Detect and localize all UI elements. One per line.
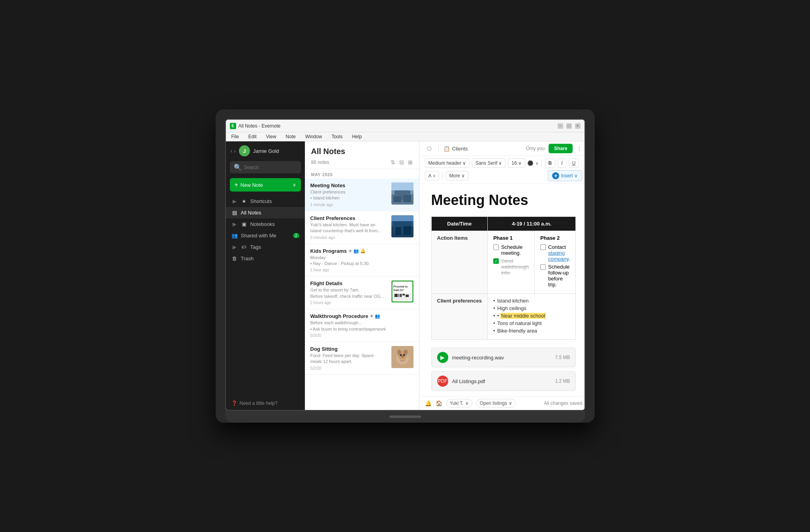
sidebar-item-label: Trash (241, 256, 254, 261)
user-tag-button[interactable]: Yuki T. ∨ (446, 399, 472, 408)
back-arrow[interactable]: ‹ (231, 148, 233, 154)
client-prefs-cell: Island kitchen High ceilings • Near midd… (487, 294, 576, 340)
note-body[interactable]: Meeting Notes Date/Time 4-19 / 11:00 a.m… (419, 184, 585, 396)
staging-link[interactable]: staging company (548, 250, 569, 262)
note-title: Meeting Notes (310, 182, 387, 188)
bell-icon[interactable]: 🔔 (425, 400, 432, 406)
new-note-button[interactable]: + New Note ∨ (230, 178, 301, 192)
more-format-button[interactable]: More ∨ (446, 171, 468, 180)
table-row: Action Items Phase 1 Schedule meeting. ✓ (431, 231, 576, 294)
window-controls[interactable]: − □ × (558, 123, 581, 129)
table-col-value: 4-19 / 11:00 a.m. (487, 217, 576, 231)
check-item[interactable]: Schedule meeting. (493, 244, 529, 256)
sidebar-item-notebooks[interactable]: ▶ ▣ Notebooks (226, 218, 305, 230)
share-button[interactable]: Share (549, 144, 573, 153)
sidebar-item-shared-with-me[interactable]: 👥 Shared with Me 2 (226, 230, 305, 241)
list-item: High ceilings (493, 305, 570, 311)
menu-edit[interactable]: Edit (247, 133, 258, 140)
italic-button[interactable]: I (558, 158, 566, 168)
sidebar-item-label: Shortcuts (250, 198, 272, 204)
menu-help[interactable]: Help (350, 133, 363, 140)
filter-icon[interactable]: ⊟ (399, 159, 404, 165)
check-item[interactable]: Contact staging company. (540, 244, 570, 262)
shared-badge: 2 (293, 233, 299, 238)
size-chevron-icon: ∨ (518, 160, 522, 166)
nav-arrows[interactable]: ‹ › (231, 148, 236, 154)
text-color-button[interactable] (528, 160, 533, 166)
list-item: Bike-friendly area (493, 328, 570, 334)
note-item[interactable]: Flight Details Get to the airport by 7am… (305, 276, 419, 309)
svg-rect-21 (406, 295, 409, 297)
audio-attachment[interactable]: ▶ meeting-recording.wav 7.5 MB (431, 348, 576, 367)
client-pref-label: Client preferences (431, 294, 487, 340)
menu-note[interactable]: Note (284, 133, 297, 140)
checkbox[interactable] (540, 264, 546, 270)
visibility-label: Only you (526, 146, 545, 151)
bookmark-icon[interactable]: 🏠 (436, 400, 442, 406)
search-input[interactable] (244, 165, 297, 170)
close-button[interactable]: × (575, 123, 581, 129)
note-icons: ★ 👥 (370, 314, 380, 319)
check-item[interactable]: ✓ Send walkthrough info. (493, 258, 529, 276)
check-item[interactable]: Schedule follow-up before trip. (540, 264, 570, 288)
pdf-attachment[interactable]: PDF All Listings.pdf 1.2 MB (431, 371, 576, 391)
avatar: J (239, 145, 250, 156)
minimize-button[interactable]: − (558, 123, 563, 129)
checkbox[interactable] (493, 244, 499, 250)
sidebar-item-shortcuts[interactable]: ▶ ★ Shortcuts (226, 196, 305, 207)
open-listings-button[interactable]: Open listings ∨ (476, 399, 516, 408)
app-body: ‹ › J Jamie Gold 🔍 + New Note ∨ (226, 141, 584, 410)
header-style-button[interactable]: Medium header ∨ (425, 158, 470, 168)
menu-window[interactable]: Window (304, 133, 324, 140)
note-preview: Dog Sitting Food: Feed twice per day. Sp… (310, 346, 387, 370)
notes-tools: ⇅ ⊟ ⊞ (391, 159, 413, 165)
play-icon[interactable]: ▶ (437, 352, 448, 363)
sidebar-item-trash[interactable]: 🗑 Trash (226, 253, 305, 264)
font-size-button[interactable]: 16 ∨ (508, 158, 525, 168)
notebooks-icon: ▣ (241, 221, 247, 227)
note-time: 5/2/20 (310, 366, 387, 370)
note-item[interactable]: Kids Programs ★ 👥 🔔 Monday • Ray - Dance… (305, 244, 419, 277)
svg-rect-19 (400, 294, 402, 297)
checkbox-checked[interactable]: ✓ (493, 258, 499, 264)
color-chevron-icon[interactable]: ∨ (536, 161, 538, 165)
search-box[interactable]: 🔍 (230, 161, 301, 173)
sidebar-item-tags[interactable]: ▶ 🏷 Tags (226, 241, 305, 253)
bold-button[interactable]: B (545, 158, 556, 168)
note-preview-text: Yuki's ideal kitchen. Must have an islan… (310, 222, 387, 234)
menu-tools[interactable]: Tools (330, 133, 344, 140)
checkbox[interactable] (540, 244, 546, 250)
expand-icon: ▶ (231, 221, 238, 227)
menu-view[interactable]: View (265, 133, 278, 140)
sidebar-item-label: Notebooks (250, 221, 275, 227)
svg-rect-9 (391, 215, 413, 221)
note-preview-text: Monday • Ray - Dance - Pickup at 5:30. (310, 255, 413, 267)
check-text: Schedule follow-up before trip. (548, 264, 570, 288)
note-item[interactable]: Meeting Notes Client preferences • Islan… (305, 179, 419, 211)
note-item[interactable]: Walkthrough Procedure ★ 👥 Before each wa… (305, 309, 419, 342)
underline-button[interactable]: U (569, 158, 579, 168)
sidebar-footer[interactable]: ❓ Need a little help? (226, 397, 305, 410)
font-color-button[interactable]: A∨ (425, 171, 439, 180)
sort-icon[interactable]: ⇅ (391, 159, 395, 165)
note-item[interactable]: Client Preferences Yuki's ideal kitchen.… (305, 211, 419, 244)
sidebar-item-all-notes[interactable]: ▤ All Notes (226, 207, 305, 218)
more-options-icon[interactable]: ⋮ (577, 145, 582, 152)
phase1-header: Phase 1 (493, 235, 529, 241)
notes-header: All Notes 86 notes ⇅ ⊟ ⊞ (305, 141, 419, 169)
insert-button[interactable]: + Insert ∨ (548, 170, 582, 181)
note-time: 1 hour ago (310, 268, 413, 272)
view-icon[interactable]: ⊞ (408, 159, 413, 165)
font-button[interactable]: Sans Serif ∨ (472, 158, 506, 168)
svg-rect-17 (395, 294, 398, 297)
shared-icon: 👥 (231, 233, 238, 239)
back-icon[interactable]: ⬡ (425, 144, 434, 153)
note-item[interactable]: Dog Sitting Food: Feed twice per day. Sp… (305, 342, 419, 375)
note-thumbnail (391, 182, 413, 205)
forward-arrow[interactable]: › (234, 148, 236, 154)
maximize-button[interactable]: □ (566, 123, 572, 129)
separator (541, 160, 542, 167)
save-status: All changes saved (544, 400, 582, 406)
svg-text:Gate E7: Gate E7 (393, 289, 404, 291)
menu-file[interactable]: File (230, 133, 241, 140)
